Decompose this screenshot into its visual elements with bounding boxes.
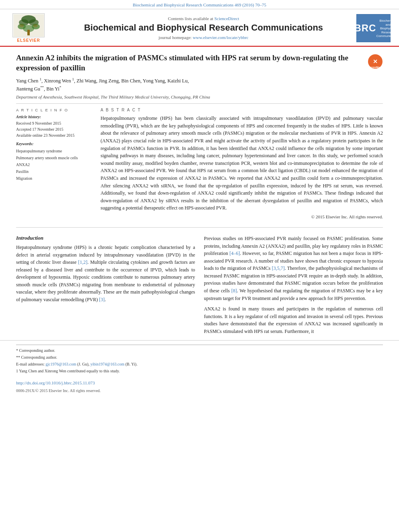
journal-header: ELSEVIER Contents lists available at Sci…	[0, 9, 399, 47]
body-right-column: Previous studies on HPS-associated PVR m…	[204, 235, 383, 339]
svg-point-8	[19, 24, 24, 27]
authors-line: Yang Chen 1, Xinrong Wen 1, Zhi Wang, Ji…	[16, 77, 383, 93]
affiliation-line: Department of Anesthesia, Southwest Hosp…	[16, 94, 383, 99]
homepage-line: journal homepage: www.elsevier.com/locat…	[55, 35, 352, 40]
intro-title: Introduction	[16, 235, 195, 241]
keywords-label: Keywords:	[16, 142, 93, 146]
available-date: Available online 23 November 2015	[16, 132, 93, 138]
email-link-2[interactable]: yibin1974@163.com	[90, 362, 124, 366]
footnote-divider	[16, 345, 383, 345]
keyword-5: Migration	[16, 175, 93, 182]
elsevier-logo-area: ELSEVIER	[6, 13, 51, 43]
elsevier-logo: ELSEVIER	[6, 13, 51, 43]
accepted-date: Accepted 17 November 2015	[16, 126, 93, 132]
keyword-2: Pulmonary artery smooth muscle cells	[16, 154, 93, 161]
bbrc-logo-area: BBRC BiochemicalandBiophysicalResearchCo…	[356, 14, 393, 42]
svg-rect-7	[27, 30, 30, 35]
contents-available-text: Contents lists available at	[168, 16, 213, 21]
email-link-1[interactable]: gjc1976@163.com	[45, 362, 76, 366]
intro-paragraph-1: Hepatopulmonary syndrome (HPS) is a chro…	[16, 244, 195, 304]
article-history: Article history: Received 9 November 201…	[16, 115, 93, 138]
article-info-column: A R T I C L E I N F O Article history: R…	[16, 108, 93, 219]
bbrc-full-name: BiochemicalandBiophysicalResearchCommuni…	[376, 19, 399, 38]
svg-text:CrossMark: CrossMark	[368, 66, 383, 69]
homepage-text: journal homepage:	[158, 35, 191, 40]
footnote-corresponding-1: * Corresponding author.	[16, 347, 383, 353]
intro-paragraph-3: ANXA2 is found in many tissues and parti…	[204, 305, 383, 335]
keywords-block: Keywords: Hepatopulmonary syndrome Pulmo…	[16, 142, 93, 182]
homepage-link[interactable]: www.elsevier.com/locate/ybbrc	[193, 35, 249, 40]
abstract-column: A B S T R A C T Hepatopulmonary syndrome…	[101, 108, 383, 219]
abstract-copyright: © 2015 Elsevier Inc. All rights reserved…	[101, 214, 383, 219]
paper-content: Annexin A2 inhibits the migration of PAS…	[0, 47, 399, 227]
ref-4-6[interactable]: [4–6]	[229, 251, 240, 256]
paper-title-area: Annexin A2 inhibits the migration of PAS…	[16, 53, 383, 73]
ref-3-5-7[interactable]: [3,5,7]	[272, 265, 285, 271]
history-label: Article history:	[16, 115, 93, 119]
svg-text:✕: ✕	[373, 58, 378, 65]
doi-section: http://dx.doi.org/10.1016/j.bbrc.2015.11…	[0, 377, 399, 387]
intro-paragraph-2: Previous studies on HPS-associated PVR m…	[204, 235, 383, 302]
ref-3[interactable]: [3]	[99, 297, 105, 302]
abstract-label: A B S T R A C T	[101, 108, 383, 112]
crossmark-icon[interactable]: ✕ CrossMark	[368, 54, 383, 69]
ref-1-2[interactable]: [1,2]	[78, 259, 87, 265]
received-date: Received 9 November 2015	[16, 120, 93, 126]
doi-link[interactable]: http://dx.doi.org/10.1016/j.bbrc.2015.11…	[16, 380, 95, 385]
svg-point-9	[33, 24, 38, 27]
footnotes-section: * Corresponding author. ** Corresponding…	[0, 340, 399, 377]
footnote-corresponding-2: ** Corresponding author.	[16, 354, 383, 360]
keyword-1: Hepatopulmonary syndrome	[16, 148, 93, 154]
citation-text: Biochemical and Biophysical Research Com…	[133, 2, 266, 7]
divider	[16, 103, 383, 104]
copyright-bottom: 0006-291X/© 2015 Elsevier Inc. All right…	[0, 387, 399, 397]
keyword-3: ANXA2	[16, 161, 93, 168]
journal-header-center: Contents lists available at ScienceDirec…	[51, 16, 356, 39]
bbrc-logo: BBRC BiochemicalandBiophysicalResearchCo…	[356, 14, 391, 42]
keyword-4: Paxillin	[16, 168, 93, 175]
ref-8[interactable]: [8]	[231, 288, 237, 294]
sciencedirect-link[interactable]: ScienceDirect	[214, 16, 239, 21]
elsevier-tree-image	[12, 13, 45, 37]
bbrc-acronym: BBRC	[347, 23, 376, 33]
footnote-equal-contrib: 1 Yang Chen and Xinrong Wen contributed …	[16, 368, 383, 374]
footnote-email: E-mail addresses: gjc1976@163.com (J. Gu…	[16, 361, 383, 367]
journal-citation: Biochemical and Biophysical Research Com…	[0, 0, 399, 9]
elsevier-wordmark: ELSEVIER	[17, 38, 40, 43]
abstract-text: Hepatopulmonary syndrome (HPS) has been …	[101, 115, 383, 212]
section-divider	[16, 227, 383, 228]
article-info-abstract: A R T I C L E I N F O Article history: R…	[16, 108, 383, 219]
paper-title-text: Annexin A2 inhibits the migration of PAS…	[16, 53, 364, 73]
article-info-label: A R T I C L E I N F O	[16, 108, 93, 112]
body-left-column: Introduction Hepatopulmonary syndrome (H…	[16, 235, 195, 339]
journal-title: Biochemical and Biophysical Research Com…	[55, 23, 352, 33]
sciencedirect-line: Contents lists available at ScienceDirec…	[55, 16, 352, 21]
main-body: Introduction Hepatopulmonary syndrome (H…	[0, 235, 399, 339]
